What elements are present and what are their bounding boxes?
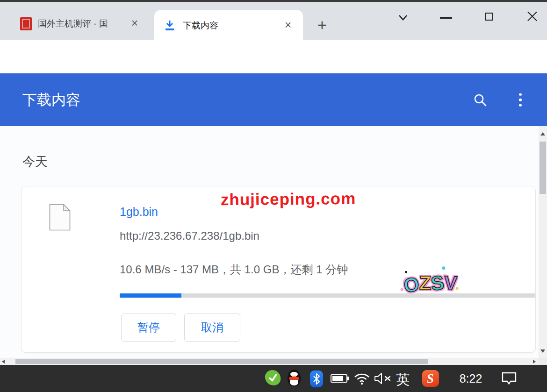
downloads-menu-button[interactable]	[519, 93, 522, 107]
page-title: 下载内容	[22, 90, 80, 110]
graffiti-sticker: OZSV	[403, 268, 461, 302]
download-progress-bar	[120, 293, 535, 298]
action-center-icon[interactable]	[501, 371, 517, 385]
tab-title: 国外主机测评 - 国	[38, 18, 123, 30]
scroll-up-button[interactable]	[540, 132, 545, 135]
wifi-tray-icon[interactable]	[353, 372, 370, 385]
cancel-button[interactable]: 取消	[184, 314, 240, 342]
red-seal-favicon-icon	[20, 17, 32, 30]
battery-tray-icon[interactable]	[331, 374, 347, 383]
scroll-down-button[interactable]	[540, 349, 545, 353]
tab-title: 下载内容	[183, 20, 275, 32]
taskbar: 英 S 8:22	[0, 365, 547, 392]
sogou-s-glyph: S	[427, 372, 435, 385]
browser-window: 国外主机测评 - 国 × 下载内容 × +	[0, 0, 547, 392]
browser-toolbar: Chrome | chrome://downloads ☆ S y	[0, 40, 547, 73]
downloads-page-header: 下载内容	[0, 73, 547, 126]
tab-hosting-review-site[interactable]: 国外主机测评 - 国 ×	[16, 8, 153, 39]
file-icon	[49, 204, 71, 231]
card-divider	[98, 186, 98, 352]
tab-downloads[interactable]: 下载内容 ×	[154, 10, 303, 42]
scrollbar-corner	[539, 358, 547, 365]
tab-close-button[interactable]: ×	[129, 18, 140, 30]
horizontal-scroll-thumb[interactable]	[15, 359, 428, 364]
search-icon[interactable]	[473, 93, 487, 107]
taskbar-clock[interactable]: 8:22	[454, 372, 487, 385]
tab-close-button[interactable]: ×	[282, 20, 294, 32]
downloads-content: 今天 1gb.bin http://23.236.67.238/1gb.bin …	[0, 126, 539, 358]
minimize-button[interactable]	[440, 17, 452, 19]
site-watermark-text: zhujiceping.com	[221, 189, 356, 209]
download-filename-link[interactable]: 1gb.bin	[120, 205, 158, 219]
qq-tray-icon[interactable]	[286, 370, 302, 387]
new-tab-button[interactable]: +	[314, 17, 330, 33]
pause-button[interactable]: 暂停	[121, 314, 176, 342]
security-check-tray-icon[interactable]	[264, 369, 281, 386]
tab-search-chevron-icon[interactable]	[396, 12, 410, 23]
download-tray-icon	[164, 20, 176, 32]
date-group-label: 今天	[22, 153, 48, 170]
download-source-url: http://23.236.67.238/1gb.bin	[120, 229, 259, 242]
vertical-scrollbar	[539, 126, 547, 358]
ime-language-indicator[interactable]: 英	[396, 371, 410, 389]
volume-muted-tray-icon[interactable]	[374, 372, 392, 385]
vertical-scroll-thumb[interactable]	[540, 142, 546, 194]
download-status-text: 10.6 MB/s - 137 MB，共 1.0 GB，还剩 1 分钟	[120, 262, 348, 277]
window-close-button[interactable]	[527, 11, 538, 22]
download-progress-fill	[120, 293, 181, 298]
sticker-letter: O	[402, 271, 421, 300]
sticker-dot	[455, 287, 458, 290]
scroll-left-button[interactable]	[2, 360, 5, 363]
sticker-letter: V	[443, 269, 458, 297]
scroll-right-button[interactable]	[533, 360, 536, 363]
bluetooth-tray-icon[interactable]	[310, 371, 323, 387]
sogou-tray-icon[interactable]: S	[422, 370, 439, 387]
horizontal-scrollbar	[0, 358, 539, 365]
tab-strip: 国外主机测评 - 国 × 下载内容 × +	[0, 2, 547, 40]
maximize-button[interactable]	[485, 13, 493, 21]
